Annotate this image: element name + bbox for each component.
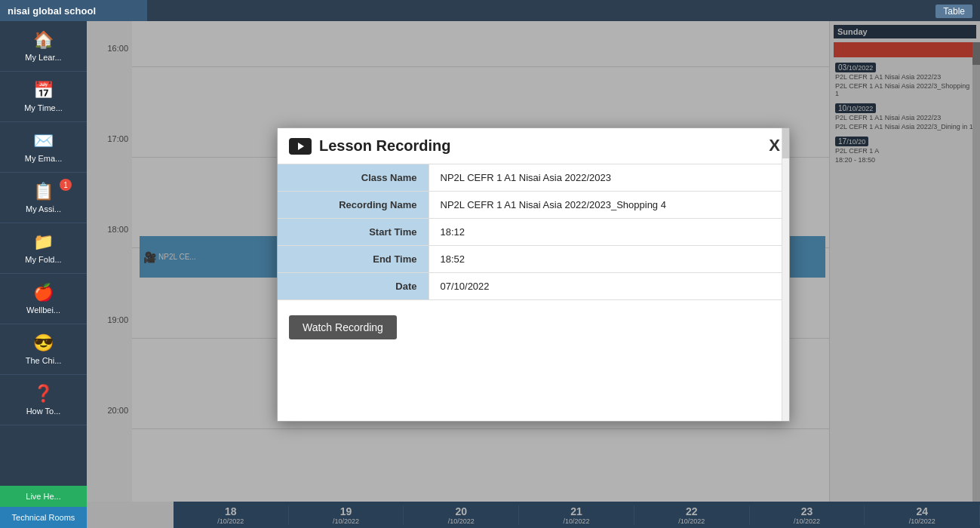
modal-title: Lesson Recording [319, 137, 450, 155]
top-bar-right: Table [935, 4, 980, 18]
sidebar-bottom: Live He... Technical Rooms [0, 486, 87, 528]
live-help-button[interactable]: Live He... [0, 486, 87, 507]
sidebar-label-my-timetable: My Time... [24, 103, 63, 112]
modal-scrollbar[interactable] [782, 128, 789, 421]
sidebar-item-wellbeing[interactable]: 🍎 Wellbei... [0, 274, 87, 324]
child-icon: 😎 [33, 333, 54, 353]
modal-body: Class NameNP2L CEFR 1 A1 Nisai Asia 2022… [278, 164, 789, 421]
info-table-value-2: 18:12 [429, 219, 789, 246]
info-table-value-0: NP2L CEFR 1 A1 Nisai Asia 2022/2023 [429, 164, 789, 192]
info-table: Class NameNP2L CEFR 1 A1 Nisai Asia 2022… [278, 164, 789, 300]
sidebar-label-my-email: My Ema... [25, 154, 63, 163]
info-table-label-1: Recording Name [278, 192, 429, 219]
help-icon: ❓ [33, 384, 54, 404]
sidebar-label-how-to: How To... [26, 407, 61, 416]
modal-overlay: Lesson Recording X Class NameNP2L CEFR 1… [87, 21, 980, 528]
top-bar: nisai global school Table [0, 0, 980, 21]
info-table-label-4: Date [278, 273, 429, 300]
assignments-badge: 1 [60, 179, 72, 191]
sidebar-item-my-learning[interactable]: 🏠 My Lear... [0, 21, 87, 72]
modal-lesson-recording: Lesson Recording X Class NameNP2L CEFR 1… [277, 127, 790, 422]
sidebar-item-my-email[interactable]: ✉️ My Ema... [0, 122, 87, 173]
sidebar-item-the-child[interactable]: 😎 The Chi... [0, 324, 87, 375]
info-table-row: Start Time18:12 [278, 219, 789, 246]
modal-scrollbar-thumb [782, 128, 789, 158]
wellbeing-icon: 🍎 [33, 283, 54, 302]
sidebar-label-my-folder: My Fold... [25, 255, 61, 264]
logo-text: nisai global school [8, 5, 96, 17]
logo: nisai global school [0, 0, 147, 21]
info-table-label-2: Start Time [278, 219, 429, 246]
info-table-row: Date07/10/2022 [278, 273, 789, 300]
info-table-label-0: Class Name [278, 164, 429, 192]
home-icon: 🏠 [33, 30, 54, 50]
modal-close-button[interactable]: X [769, 136, 780, 155]
sidebar-item-my-timetable[interactable]: 📅 My Time... [0, 72, 87, 122]
info-table-row: End Time18:52 [278, 246, 789, 273]
sidebar-item-how-to[interactable]: ❓ How To... [0, 375, 87, 425]
email-icon: ✉️ [33, 131, 54, 151]
table-button[interactable]: Table [935, 5, 972, 18]
info-table-value-4: 07/10/2022 [429, 273, 789, 300]
info-table-value-1: NP2L CEFR 1 A1 Nisai Asia 2022/2023_Shop… [429, 192, 789, 219]
sidebar: 🏠 My Lear... 📅 My Time... ✉️ My Ema... 📋… [0, 21, 87, 528]
info-table-row: Recording NameNP2L CEFR 1 A1 Nisai Asia … [278, 192, 789, 219]
watch-recording-button[interactable]: Watch Recording [289, 315, 397, 339]
calendar-icon: 📅 [33, 81, 54, 100]
sidebar-item-my-assignments[interactable]: 📋 My Assi... 1 [0, 173, 87, 223]
modal-header: Lesson Recording X [278, 128, 789, 164]
info-table-label-3: End Time [278, 246, 429, 273]
sidebar-item-my-folder[interactable]: 📁 My Fold... [0, 223, 87, 274]
tech-rooms-button[interactable]: Technical Rooms [0, 507, 87, 528]
sidebar-label-wellbeing: Wellbei... [26, 305, 60, 315]
info-table-value-3: 18:52 [429, 246, 789, 273]
main-content: 16:00 17:00 18:00 19:00 20:00 🎥 NP2L CE.… [87, 21, 980, 528]
info-table-row: Class NameNP2L CEFR 1 A1 Nisai Asia 2022… [278, 164, 789, 192]
folder-icon: 📁 [33, 232, 54, 252]
sidebar-label-my-assignments: My Assi... [26, 204, 61, 213]
assignments-icon: 📋 [33, 182, 54, 201]
sidebar-label-the-child: The Chi... [26, 356, 62, 365]
sidebar-label-my-learning: My Lear... [25, 53, 61, 62]
modal-video-icon [289, 138, 312, 155]
